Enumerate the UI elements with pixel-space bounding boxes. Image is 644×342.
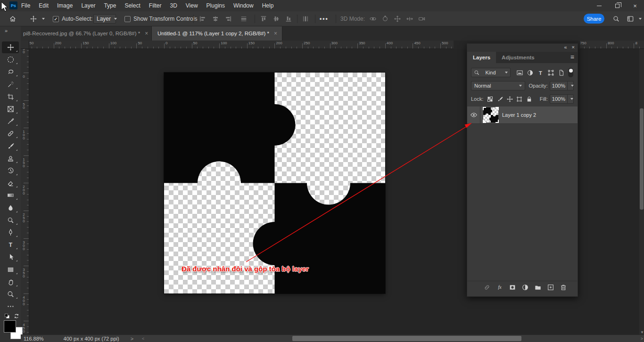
vertical-scrollbar[interactable]: ▲ ▼: [639, 45, 644, 334]
type-tool[interactable]: T: [2, 239, 19, 251]
lock-all-icon[interactable]: [524, 94, 534, 104]
expand-panels-icon[interactable]: »: [5, 28, 7, 33]
filter-kind-dropdown[interactable]: Kind: [471, 68, 511, 77]
history-brush-tool[interactable]: [2, 165, 19, 177]
menu-type[interactable]: Type: [99, 0, 120, 11]
default-swatches-icon[interactable]: [2, 311, 12, 321]
3d-orbit-button[interactable]: [368, 11, 378, 26]
show-transform-checkbox[interactable]: ✓ Show Transform Controls: [124, 11, 197, 26]
scroll-down-icon[interactable]: ▼: [640, 330, 644, 334]
align-top-button[interactable]: [258, 11, 269, 26]
align-left-button[interactable]: [198, 11, 208, 26]
filter-pixel-layers-icon[interactable]: [514, 68, 525, 77]
align-right-button[interactable]: [223, 11, 233, 26]
gradient-tool[interactable]: [2, 189, 19, 201]
panel-menu-icon[interactable]: ≡: [570, 53, 574, 61]
zoom-level[interactable]: 116.88%: [24, 336, 44, 342]
horizontal-scroll-thumb[interactable]: [292, 336, 521, 341]
menu-filter[interactable]: Filter: [145, 0, 166, 11]
scroll-right-icon[interactable]: >: [641, 336, 643, 341]
canvas[interactable]: Đã được nhân đôi và gộp tòa bộ layer: [164, 73, 385, 293]
layer-name[interactable]: Layer 1 copy 2: [502, 112, 536, 118]
more-options-button[interactable]: •••: [320, 11, 329, 26]
dodge-tool[interactable]: [2, 214, 19, 226]
menu-help[interactable]: Help: [258, 0, 278, 11]
layer-visibility-toggle[interactable]: [467, 106, 480, 124]
object-selection-tool[interactable]: [2, 79, 19, 90]
menu-window[interactable]: Window: [229, 0, 258, 11]
marquee-tool[interactable]: [2, 54, 19, 65]
move-tool[interactable]: [2, 41, 19, 53]
distribute-h-button[interactable]: [239, 11, 249, 26]
opacity-input[interactable]: 100%: [550, 81, 574, 90]
new-adjustment-layer-icon[interactable]: [519, 284, 531, 291]
align-center-button[interactable]: [210, 11, 221, 26]
3d-slide-button[interactable]: [405, 11, 415, 26]
zoom-tool[interactable]: [2, 288, 19, 300]
delete-layer-icon[interactable]: [557, 284, 570, 291]
lock-artboard-icon[interactable]: [514, 94, 524, 104]
filter-shape-layers-icon[interactable]: [545, 68, 556, 77]
menu-view[interactable]: View: [182, 0, 202, 11]
lasso-tool[interactable]: [2, 66, 19, 78]
search-button[interactable]: [611, 11, 621, 26]
healing-brush-tool[interactable]: [2, 128, 19, 139]
collapse-panel-icon[interactable]: «: [564, 44, 567, 50]
layer-row[interactable]: Layer 1 copy 2: [467, 106, 578, 124]
align-bottom-button[interactable]: [283, 11, 294, 26]
close-button[interactable]: ×: [626, 0, 644, 11]
add-mask-icon[interactable]: [506, 284, 519, 291]
3d-roll-button[interactable]: [380, 11, 390, 26]
filter-adjustment-layers-icon[interactable]: [525, 68, 535, 77]
3d-camera-button[interactable]: [417, 11, 427, 26]
workspace-switcher[interactable]: [625, 11, 642, 26]
filter-smart-objects-icon[interactable]: [556, 68, 566, 77]
new-group-icon[interactable]: [531, 284, 544, 291]
fill-input[interactable]: 100%: [550, 94, 574, 104]
link-layers-icon[interactable]: [480, 284, 493, 291]
menu-plugins[interactable]: Plugins: [202, 0, 229, 11]
blend-mode-dropdown[interactable]: Normal: [471, 81, 525, 90]
auto-select-target-dropdown[interactable]: Layer: [93, 11, 116, 26]
new-layer-icon[interactable]: [544, 284, 557, 291]
menu-edit[interactable]: Edit: [34, 0, 53, 11]
minimize-button[interactable]: [590, 0, 608, 11]
eyedropper-tool[interactable]: [2, 115, 19, 127]
home-button[interactable]: [8, 11, 18, 26]
share-button[interactable]: Share: [584, 14, 604, 24]
auto-select-checkbox[interactable]: ✓ Auto-Select:: [53, 11, 92, 26]
document-tab-2[interactable]: Untitled-1 @ 117% (Layer 1 copy 2, RGB/8…: [152, 26, 282, 41]
lock-position-icon[interactable]: [505, 94, 515, 104]
menu-image[interactable]: Image: [53, 0, 77, 11]
brush-tool[interactable]: [2, 140, 19, 152]
filter-type-layers-icon[interactable]: T: [535, 68, 545, 77]
panel-tab-adjustments[interactable]: Adjustments: [496, 52, 540, 63]
menu-layer[interactable]: Layer: [77, 0, 99, 11]
hand-tool[interactable]: [2, 276, 19, 288]
layer-style-icon[interactable]: fx: [493, 284, 506, 291]
eraser-tool[interactable]: [2, 177, 19, 189]
filter-toggle[interactable]: [568, 68, 573, 77]
blur-tool[interactable]: [2, 202, 19, 214]
lock-pixels-icon[interactable]: [495, 94, 505, 104]
pen-tool[interactable]: [2, 227, 19, 238]
close-panel-icon[interactable]: ×: [572, 44, 575, 50]
scroll-left-icon[interactable]: <: [142, 336, 144, 341]
layer-thumbnail[interactable]: [483, 107, 498, 122]
align-middle-button[interactable]: [271, 11, 281, 26]
restore-button[interactable]: [608, 0, 626, 11]
status-expand-icon[interactable]: >: [131, 336, 133, 342]
crop-tool[interactable]: [2, 91, 19, 103]
close-tab-icon[interactable]: ×: [274, 30, 277, 37]
clone-stamp-tool[interactable]: [2, 153, 19, 164]
close-tab-icon[interactable]: ×: [145, 30, 148, 37]
tool-preset[interactable]: [28, 11, 45, 26]
swap-swatches-icon[interactable]: [11, 311, 22, 321]
foreground-color-swatch[interactable]: [4, 320, 16, 333]
frame-tool[interactable]: [2, 103, 19, 115]
menu-3d[interactable]: 3D: [165, 0, 181, 11]
lock-transparency-icon[interactable]: [485, 94, 495, 104]
menu-file[interactable]: File: [17, 0, 34, 11]
vertical-scroll-thumb[interactable]: [640, 108, 644, 210]
vertical-ruler[interactable]: 50050100150200250300350400450: [21, 49, 29, 334]
